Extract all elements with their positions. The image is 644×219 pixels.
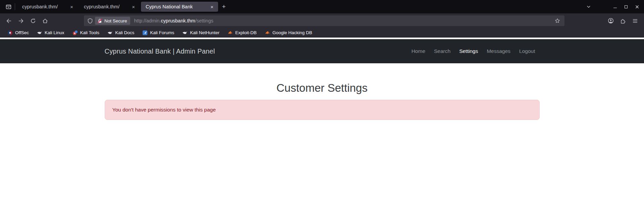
bookmark-label: Exploit-DB: [235, 30, 257, 35]
home-button[interactable]: [40, 16, 50, 26]
kali-tools-icon: [72, 30, 78, 35]
google-hacking-db-icon: [265, 30, 270, 35]
tab-separator: [15, 3, 15, 10]
maximize-icon: [625, 5, 628, 8]
home-icon: [42, 18, 48, 24]
bookmark-label: Kali NetHunter: [190, 30, 219, 35]
bookmark-label: OffSec: [15, 30, 29, 35]
account-button[interactable]: [606, 16, 616, 26]
browser-tab-1[interactable]: cyprusbank.thm/ ×: [17, 2, 78, 12]
tab-title: cyprusbank.thm/: [22, 4, 66, 9]
hamburger-menu-icon: [632, 18, 638, 24]
nav-link-logout[interactable]: Logout: [515, 46, 539, 57]
insecure-lock-icon: [97, 18, 102, 23]
bookmark-offsec[interactable]: OffSec: [5, 29, 32, 36]
extensions-button[interactable]: [618, 16, 628, 26]
browser-nav-toolbar: Not Secure http://admin.cyprusbank.thm/s…: [0, 13, 644, 28]
bookmark-label: Google Hacking DB: [273, 30, 312, 35]
close-tab-icon[interactable]: ×: [131, 4, 136, 10]
browser-tab-2[interactable]: cyprusbank.thm/ ×: [79, 2, 140, 12]
close-tab-icon[interactable]: ×: [69, 4, 75, 10]
main-content: Customer Settings You don't have permiss…: [0, 63, 644, 120]
nav-link-messages[interactable]: Messages: [482, 46, 515, 57]
bookmark-google-hacking-db[interactable]: Google Hacking DB: [262, 29, 315, 36]
alert-message: You don't have permissions to view this …: [112, 107, 216, 113]
puzzle-piece-icon: [620, 18, 626, 24]
bookmark-kali-forums[interactable]: Kali Forums: [140, 29, 177, 36]
bookmark-kali-linux[interactable]: Kali Linux: [34, 29, 67, 36]
offsec-icon: [7, 30, 13, 35]
tab-title: cyprusbank.thm/: [84, 4, 128, 9]
site-security-chip[interactable]: Not Secure: [95, 17, 130, 25]
star-icon: [555, 18, 560, 23]
security-chip-label: Not Secure: [104, 18, 127, 23]
tab-title: Cyprus National Bank: [146, 4, 206, 9]
url-text[interactable]: http://admin.cyprusbank.thm/settings: [134, 18, 553, 23]
kali-dragon-icon: [37, 30, 42, 35]
minimize-icon: [613, 8, 617, 8]
nav-link-settings[interactable]: Settings: [455, 46, 482, 57]
list-all-tabs-button[interactable]: [583, 2, 594, 12]
bookmark-kali-docs[interactable]: Kali Docs: [105, 29, 137, 36]
close-tab-icon[interactable]: ×: [209, 4, 215, 10]
permission-error-alert: You don't have permissions to view this …: [105, 100, 540, 120]
bookmark-kali-tools[interactable]: Kali Tools: [70, 29, 102, 36]
chevron-down-icon: [586, 4, 591, 9]
bookmark-label: Kali Linux: [45, 30, 64, 35]
window-maximize-button[interactable]: [621, 2, 632, 12]
url-domain: cyprusbank.thm: [161, 18, 195, 23]
page-title: Customer Settings: [0, 81, 644, 95]
back-button[interactable]: [3, 16, 14, 26]
bookmark-label: Kali Forums: [150, 30, 174, 35]
close-icon: [635, 5, 639, 9]
exploit-db-icon: [228, 30, 233, 35]
bookmarks-toolbar: OffSec Kali Linux Kali Tools Kali Docs K…: [0, 28, 644, 38]
bookmark-exploit-db[interactable]: Exploit-DB: [225, 29, 259, 36]
browser-tab-3-active[interactable]: Cyprus National Bank ×: [141, 2, 218, 12]
forward-arrow-icon: [18, 18, 24, 24]
kali-forums-icon: [142, 30, 148, 35]
account-icon: [608, 18, 614, 24]
bookmark-label: Kali Docs: [115, 30, 134, 35]
url-bar[interactable]: Not Secure http://admin.cyprusbank.thm/s…: [84, 15, 564, 26]
bookmark-star-button[interactable]: [553, 16, 562, 25]
archive-box-icon: [6, 4, 11, 10]
site-header: Cyprus National Bank | Admin Panel Home …: [0, 39, 644, 63]
reload-icon: [30, 18, 36, 24]
site-brand[interactable]: Cyprus National Bank | Admin Panel: [105, 48, 215, 55]
bookmark-kali-nethunter[interactable]: Kali NetHunter: [180, 29, 222, 36]
shield-icon[interactable]: [87, 18, 93, 24]
back-arrow-icon: [6, 18, 12, 24]
window-minimize-button[interactable]: [609, 2, 621, 12]
url-prefix: http://admin.: [134, 18, 161, 23]
kali-dragon-icon: [107, 30, 113, 35]
kali-dragon-icon: [182, 30, 188, 35]
bookmark-label: Kali Tools: [80, 30, 100, 35]
forward-button[interactable]: [15, 16, 26, 26]
url-path: /settings: [195, 18, 213, 23]
page-viewport: Cyprus National Bank | Admin Panel Home …: [0, 38, 644, 195]
menu-button[interactable]: [630, 16, 640, 26]
new-tab-button[interactable]: +: [219, 2, 229, 12]
firefox-view-button[interactable]: [3, 2, 14, 12]
window-close-button[interactable]: [632, 2, 643, 12]
nav-link-home[interactable]: Home: [407, 46, 430, 57]
reload-button[interactable]: [28, 16, 38, 26]
site-nav: Home Search Settings Messages Logout: [407, 46, 540, 57]
browser-tab-bar: cyprusbank.thm/ × cyprusbank.thm/ × Cypr…: [0, 0, 644, 13]
nav-link-search[interactable]: Search: [430, 46, 455, 57]
